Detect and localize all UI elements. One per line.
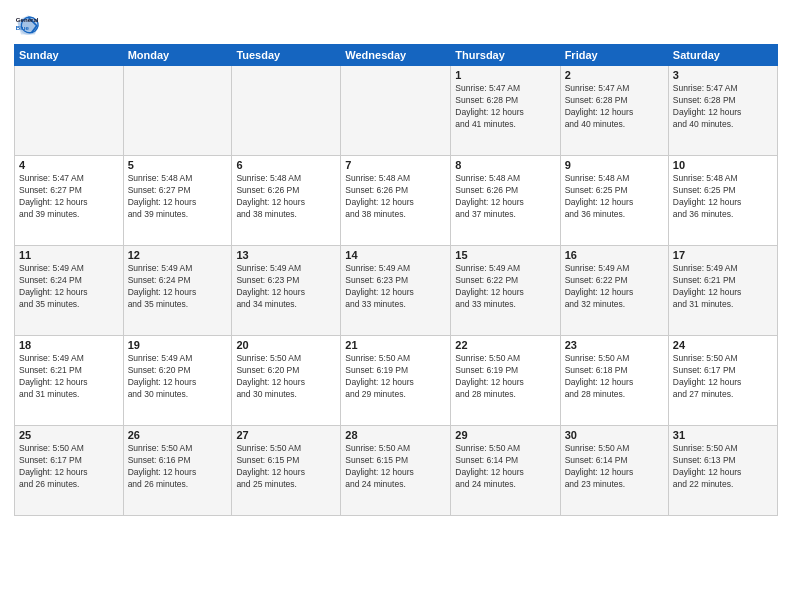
weekday-header-saturday: Saturday (668, 45, 777, 66)
calendar-cell: 9Sunrise: 5:48 AMSunset: 6:25 PMDaylight… (560, 156, 668, 246)
calendar-cell: 11Sunrise: 5:49 AMSunset: 6:24 PMDayligh… (15, 246, 124, 336)
day-info: Sunrise: 5:48 AMSunset: 6:27 PMDaylight:… (128, 173, 228, 221)
day-info: Sunrise: 5:50 AMSunset: 6:17 PMDaylight:… (673, 353, 773, 401)
day-info: Sunrise: 5:49 AMSunset: 6:24 PMDaylight:… (19, 263, 119, 311)
calendar-cell: 22Sunrise: 5:50 AMSunset: 6:19 PMDayligh… (451, 336, 560, 426)
day-number: 3 (673, 69, 773, 81)
day-info: Sunrise: 5:48 AMSunset: 6:26 PMDaylight:… (236, 173, 336, 221)
day-info: Sunrise: 5:47 AMSunset: 6:28 PMDaylight:… (565, 83, 664, 131)
calendar-cell: 6Sunrise: 5:48 AMSunset: 6:26 PMDaylight… (232, 156, 341, 246)
day-info: Sunrise: 5:50 AMSunset: 6:13 PMDaylight:… (673, 443, 773, 491)
day-number: 20 (236, 339, 336, 351)
weekday-header-friday: Friday (560, 45, 668, 66)
day-number: 6 (236, 159, 336, 171)
calendar-cell: 16Sunrise: 5:49 AMSunset: 6:22 PMDayligh… (560, 246, 668, 336)
day-number: 26 (128, 429, 228, 441)
weekday-header-sunday: Sunday (15, 45, 124, 66)
calendar-cell: 21Sunrise: 5:50 AMSunset: 6:19 PMDayligh… (341, 336, 451, 426)
calendar-cell: 14Sunrise: 5:49 AMSunset: 6:23 PMDayligh… (341, 246, 451, 336)
calendar-cell: 1Sunrise: 5:47 AMSunset: 6:28 PMDaylight… (451, 66, 560, 156)
day-info: Sunrise: 5:49 AMSunset: 6:24 PMDaylight:… (128, 263, 228, 311)
calendar-cell: 23Sunrise: 5:50 AMSunset: 6:18 PMDayligh… (560, 336, 668, 426)
calendar-cell: 30Sunrise: 5:50 AMSunset: 6:14 PMDayligh… (560, 426, 668, 516)
day-info: Sunrise: 5:50 AMSunset: 6:19 PMDaylight:… (455, 353, 555, 401)
calendar-cell: 4Sunrise: 5:47 AMSunset: 6:27 PMDaylight… (15, 156, 124, 246)
day-number: 11 (19, 249, 119, 261)
logo: General Blue (14, 10, 42, 38)
day-number: 31 (673, 429, 773, 441)
day-info: Sunrise: 5:47 AMSunset: 6:27 PMDaylight:… (19, 173, 119, 221)
day-number: 7 (345, 159, 446, 171)
day-info: Sunrise: 5:50 AMSunset: 6:17 PMDaylight:… (19, 443, 119, 491)
day-number: 8 (455, 159, 555, 171)
day-number: 17 (673, 249, 773, 261)
calendar-week-4: 18Sunrise: 5:49 AMSunset: 6:21 PMDayligh… (15, 336, 778, 426)
day-info: Sunrise: 5:49 AMSunset: 6:23 PMDaylight:… (345, 263, 446, 311)
calendar-cell: 27Sunrise: 5:50 AMSunset: 6:15 PMDayligh… (232, 426, 341, 516)
day-info: Sunrise: 5:48 AMSunset: 6:25 PMDaylight:… (673, 173, 773, 221)
day-number: 10 (673, 159, 773, 171)
logo-icon: General Blue (14, 10, 42, 38)
day-info: Sunrise: 5:48 AMSunset: 6:26 PMDaylight:… (455, 173, 555, 221)
day-info: Sunrise: 5:47 AMSunset: 6:28 PMDaylight:… (455, 83, 555, 131)
day-info: Sunrise: 5:49 AMSunset: 6:22 PMDaylight:… (565, 263, 664, 311)
calendar-cell: 7Sunrise: 5:48 AMSunset: 6:26 PMDaylight… (341, 156, 451, 246)
calendar-cell (15, 66, 124, 156)
header: General Blue (14, 10, 778, 38)
calendar-cell: 26Sunrise: 5:50 AMSunset: 6:16 PMDayligh… (123, 426, 232, 516)
calendar-cell (123, 66, 232, 156)
calendar-cell: 15Sunrise: 5:49 AMSunset: 6:22 PMDayligh… (451, 246, 560, 336)
day-number: 23 (565, 339, 664, 351)
day-number: 9 (565, 159, 664, 171)
day-info: Sunrise: 5:50 AMSunset: 6:20 PMDaylight:… (236, 353, 336, 401)
weekday-row: SundayMondayTuesdayWednesdayThursdayFrid… (15, 45, 778, 66)
day-number: 21 (345, 339, 446, 351)
day-info: Sunrise: 5:49 AMSunset: 6:23 PMDaylight:… (236, 263, 336, 311)
day-number: 19 (128, 339, 228, 351)
day-number: 30 (565, 429, 664, 441)
day-info: Sunrise: 5:50 AMSunset: 6:14 PMDaylight:… (565, 443, 664, 491)
calendar-cell: 10Sunrise: 5:48 AMSunset: 6:25 PMDayligh… (668, 156, 777, 246)
calendar-week-5: 25Sunrise: 5:50 AMSunset: 6:17 PMDayligh… (15, 426, 778, 516)
day-number: 18 (19, 339, 119, 351)
day-info: Sunrise: 5:50 AMSunset: 6:18 PMDaylight:… (565, 353, 664, 401)
day-info: Sunrise: 5:50 AMSunset: 6:19 PMDaylight:… (345, 353, 446, 401)
day-info: Sunrise: 5:49 AMSunset: 6:21 PMDaylight:… (19, 353, 119, 401)
day-info: Sunrise: 5:47 AMSunset: 6:28 PMDaylight:… (673, 83, 773, 131)
day-number: 13 (236, 249, 336, 261)
day-number: 28 (345, 429, 446, 441)
calendar-cell: 20Sunrise: 5:50 AMSunset: 6:20 PMDayligh… (232, 336, 341, 426)
calendar-cell: 13Sunrise: 5:49 AMSunset: 6:23 PMDayligh… (232, 246, 341, 336)
day-number: 24 (673, 339, 773, 351)
calendar-cell (232, 66, 341, 156)
calendar-cell: 19Sunrise: 5:49 AMSunset: 6:20 PMDayligh… (123, 336, 232, 426)
weekday-header-wednesday: Wednesday (341, 45, 451, 66)
calendar-cell: 8Sunrise: 5:48 AMSunset: 6:26 PMDaylight… (451, 156, 560, 246)
calendar-cell: 3Sunrise: 5:47 AMSunset: 6:28 PMDaylight… (668, 66, 777, 156)
weekday-header-monday: Monday (123, 45, 232, 66)
calendar-cell: 28Sunrise: 5:50 AMSunset: 6:15 PMDayligh… (341, 426, 451, 516)
day-info: Sunrise: 5:50 AMSunset: 6:16 PMDaylight:… (128, 443, 228, 491)
day-info: Sunrise: 5:50 AMSunset: 6:14 PMDaylight:… (455, 443, 555, 491)
calendar-body: 1Sunrise: 5:47 AMSunset: 6:28 PMDaylight… (15, 66, 778, 516)
calendar-week-3: 11Sunrise: 5:49 AMSunset: 6:24 PMDayligh… (15, 246, 778, 336)
day-number: 4 (19, 159, 119, 171)
svg-text:Blue: Blue (16, 24, 30, 31)
day-info: Sunrise: 5:48 AMSunset: 6:26 PMDaylight:… (345, 173, 446, 221)
day-info: Sunrise: 5:50 AMSunset: 6:15 PMDaylight:… (236, 443, 336, 491)
calendar-cell: 17Sunrise: 5:49 AMSunset: 6:21 PMDayligh… (668, 246, 777, 336)
weekday-header-thursday: Thursday (451, 45, 560, 66)
calendar-header: SundayMondayTuesdayWednesdayThursdayFrid… (15, 45, 778, 66)
calendar-cell: 29Sunrise: 5:50 AMSunset: 6:14 PMDayligh… (451, 426, 560, 516)
calendar-week-2: 4Sunrise: 5:47 AMSunset: 6:27 PMDaylight… (15, 156, 778, 246)
svg-text:General: General (16, 16, 39, 23)
day-info: Sunrise: 5:49 AMSunset: 6:22 PMDaylight:… (455, 263, 555, 311)
day-info: Sunrise: 5:48 AMSunset: 6:25 PMDaylight:… (565, 173, 664, 221)
day-number: 22 (455, 339, 555, 351)
day-number: 29 (455, 429, 555, 441)
calendar-cell: 2Sunrise: 5:47 AMSunset: 6:28 PMDaylight… (560, 66, 668, 156)
calendar-cell: 31Sunrise: 5:50 AMSunset: 6:13 PMDayligh… (668, 426, 777, 516)
calendar-cell (341, 66, 451, 156)
calendar-week-1: 1Sunrise: 5:47 AMSunset: 6:28 PMDaylight… (15, 66, 778, 156)
calendar-cell: 24Sunrise: 5:50 AMSunset: 6:17 PMDayligh… (668, 336, 777, 426)
